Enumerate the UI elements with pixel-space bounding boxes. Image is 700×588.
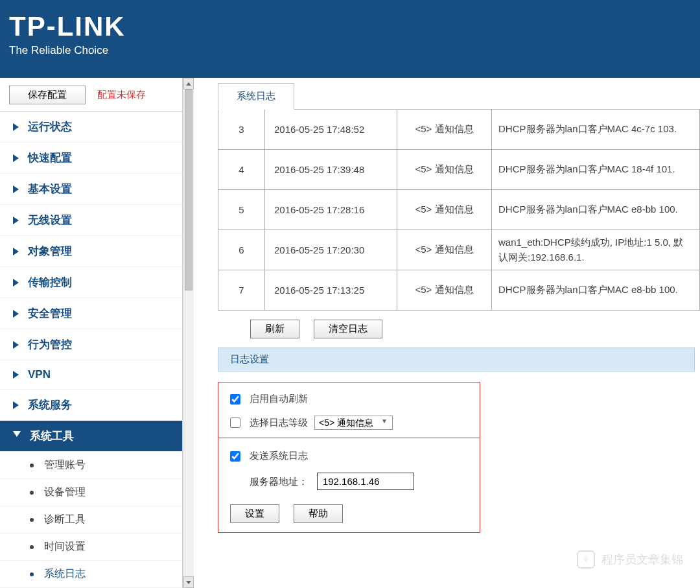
bullet-icon (30, 464, 34, 467)
tab-syslog[interactable]: 系统日志 (218, 83, 294, 110)
scroll-up-button[interactable] (183, 78, 194, 89)
tab-row: 系统日志 (218, 83, 700, 110)
chevron-right-icon (13, 217, 19, 224)
server-addr-input[interactable] (317, 473, 414, 490)
nav-label: 运行状态 (28, 119, 72, 134)
nav-item-services[interactable]: 系统服务 (0, 390, 182, 421)
nav-menu: 运行状态 快速配置 基本设置 无线设置 对象管理 传输控制 安全管理 行为管控 … (0, 111, 183, 588)
table-row: 42016-05-25 17:39:48<5> 通知信息DHCP服务器为lan口… (218, 150, 700, 190)
nav-item-status[interactable]: 运行状态 (0, 112, 182, 143)
server-addr-label: 服务器地址： (250, 476, 314, 488)
app-header: TP-LINK The Reliable Choice (0, 0, 700, 78)
log-level: <5> 通知信息 (397, 270, 492, 311)
triangle-up-icon (186, 82, 191, 86)
table-row: 62016-05-25 17:20:30<5> 通知信息wan1_eth:DHC… (218, 230, 700, 270)
nav-label: 安全管理 (28, 306, 72, 321)
action-buttons: 刷新 清空日志 (250, 320, 700, 338)
sub-item-time[interactable]: 时间设置 (0, 534, 182, 561)
level-select-wrap: <5> 通知信息 (314, 416, 393, 430)
logo: TP-LINK The Reliable Choice (9, 13, 691, 57)
nav-item-security[interactable]: 安全管理 (0, 298, 182, 329)
chevron-right-icon (13, 401, 19, 409)
chevron-right-icon (13, 248, 19, 255)
chevron-down-icon (13, 431, 21, 441)
chevron-right-icon (13, 154, 19, 162)
nav-label: 传输控制 (28, 275, 72, 290)
chevron-right-icon (13, 123, 19, 131)
log-index: 7 (218, 270, 265, 311)
nav-item-behavior[interactable]: 行为管控 (0, 329, 182, 360)
log-level: <5> 通知信息 (397, 150, 492, 190)
sidebar-scrollbar[interactable] (183, 78, 194, 588)
log-index: 4 (218, 150, 265, 190)
nav-item-wireless[interactable]: 无线设置 (0, 205, 182, 236)
scroll-thumb[interactable] (185, 89, 192, 290)
log-message: DHCP服务器为lan口客户MAC e8-bb 100. (492, 190, 700, 230)
sub-label: 设备管理 (44, 486, 86, 499)
watermark-text: 程序员文章集锦 (601, 552, 683, 567)
select-level-checkbox[interactable] (230, 417, 240, 428)
sub-label: 系统日志 (44, 567, 86, 581)
table-row: 32016-05-25 17:48:52<5> 通知信息DHCP服务器为lan口… (218, 110, 700, 150)
logo-main: TP-LINK (9, 13, 691, 40)
sub-label: 时间设置 (44, 540, 86, 554)
sub-label: 管理账号 (44, 458, 86, 472)
save-config-button[interactable]: 保存配置 (9, 86, 86, 104)
bullet-icon (30, 518, 34, 522)
select-level-label: 选择日志等级 (250, 417, 308, 429)
auto-refresh-checkbox[interactable] (230, 394, 240, 405)
sub-item-syslog[interactable]: 系统日志 (0, 561, 182, 588)
settings-header: 日志设置 (218, 347, 695, 371)
sub-label: 诊断工具 (44, 513, 86, 526)
set-button[interactable]: 设置 (230, 504, 279, 523)
nav-item-system-tools[interactable]: 系统工具 (0, 421, 182, 452)
bullet-icon (30, 545, 34, 549)
table-row: 72016-05-25 17:13:25<5> 通知信息DHCP服务器为lan口… (218, 270, 700, 311)
settings-box-2: 发送系统日志 服务器地址： 设置 帮助 (218, 438, 480, 533)
scroll-down-button[interactable] (183, 576, 194, 588)
chevron-right-icon (13, 341, 19, 349)
sub-item-account[interactable]: 管理账号 (0, 452, 182, 479)
log-level: <5> 通知信息 (397, 190, 492, 230)
log-timestamp: 2016-05-25 17:28:16 (265, 190, 397, 230)
watermark: ✧ 程序员文章集锦 (577, 550, 683, 569)
nav-item-object[interactable]: 对象管理 (0, 236, 182, 267)
nav-label: 对象管理 (28, 244, 72, 259)
bullet-icon (30, 572, 34, 576)
nav-item-transmission[interactable]: 传输控制 (0, 267, 182, 298)
log-timestamp: 2016-05-25 17:20:30 (265, 230, 397, 270)
sub-item-diagnose[interactable]: 诊断工具 (0, 506, 182, 534)
bullet-icon (30, 491, 34, 495)
nav-label: 系统工具 (30, 429, 74, 443)
log-table: 32016-05-25 17:48:52<5> 通知信息DHCP服务器为lan口… (218, 109, 700, 311)
log-message: DHCP服务器为lan口客户MAC 4c-7c 103. (492, 110, 700, 150)
nav-label: VPN (28, 368, 51, 381)
nav-item-basic[interactable]: 基本设置 (0, 174, 182, 205)
auto-refresh-label: 启用自动刷新 (250, 393, 308, 405)
log-timestamp: 2016-05-25 17:39:48 (265, 150, 397, 190)
nav-label: 快速配置 (28, 150, 72, 165)
config-status: 配置未保存 (97, 89, 146, 101)
log-timestamp: 2016-05-25 17:48:52 (265, 110, 397, 150)
table-row: 52016-05-25 17:28:16<5> 通知信息DHCP服务器为lan口… (218, 190, 700, 230)
clear-log-button[interactable]: 清空日志 (314, 320, 382, 338)
chevron-right-icon (13, 185, 19, 193)
chevron-right-icon (13, 310, 19, 318)
chevron-right-icon (13, 371, 19, 379)
log-message: wan1_eth:DHCP续约成功, IP地址:1 5.0, 默认网关:192.… (492, 230, 700, 270)
help-button[interactable]: 帮助 (294, 504, 343, 523)
send-syslog-checkbox[interactable] (230, 451, 240, 462)
nav-label: 行为管控 (28, 337, 72, 352)
nav-item-vpn[interactable]: VPN (0, 360, 182, 390)
sub-item-device[interactable]: 设备管理 (0, 479, 182, 506)
nav-label: 无线设置 (28, 213, 72, 228)
settings-box-1: 启用自动刷新 选择日志等级 <5> 通知信息 (218, 382, 480, 438)
log-message: DHCP服务器为lan口客户MAC e8-bb 100. (492, 270, 700, 311)
triangle-down-icon (186, 581, 191, 584)
wechat-icon: ✧ (577, 550, 595, 569)
send-syslog-label: 发送系统日志 (250, 450, 308, 462)
log-index: 6 (218, 230, 265, 270)
level-select[interactable]: <5> 通知信息 (314, 416, 393, 430)
refresh-button[interactable]: 刷新 (250, 320, 299, 338)
nav-item-quick-setup[interactable]: 快速配置 (0, 143, 182, 174)
